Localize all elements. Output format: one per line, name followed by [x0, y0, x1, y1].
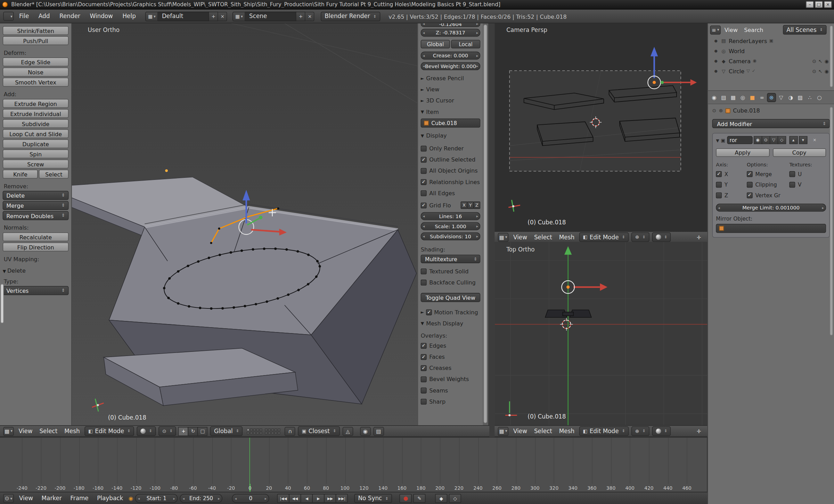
display-checkbox[interactable]: All Object Origins	[421, 167, 480, 174]
jump-to-start-button[interactable]: |◀◀	[277, 494, 289, 503]
overlay-checkbox[interactable]: Bevel Weights	[421, 375, 480, 383]
manipulator-toggle-icon[interactable]: ✛	[694, 233, 704, 242]
toolshelf-button[interactable]: Spin	[3, 149, 69, 158]
npanel-scroll-track[interactable]	[483, 23, 488, 425]
camera-scene-canvas[interactable]	[494, 23, 707, 231]
maximize-button[interactable]: □	[815, 1, 823, 8]
tab-modifiers[interactable]: ⊛	[767, 93, 776, 102]
tab-physics[interactable]: ○	[815, 93, 824, 102]
browse-scenes-icon[interactable]: ▦▾	[232, 11, 245, 21]
mirror-texture-checkbox[interactable]: V	[789, 181, 821, 188]
visibility-eye-icon[interactable]: ⊙	[812, 68, 816, 74]
toolshelf-menu[interactable]: Remove Doubles⇕	[3, 211, 69, 220]
tab-texture[interactable]: ▨	[796, 93, 805, 102]
outliner-item[interactable]: ●▤RenderLayers▣	[708, 36, 834, 46]
browse-screens-icon[interactable]: ▦▾	[145, 11, 158, 21]
panel-item[interactable]: Item	[421, 108, 480, 115]
modifier-editmode-toggle-icon[interactable]: ▽	[769, 136, 778, 144]
outliner-menu-search[interactable]: Search	[742, 27, 766, 33]
minimize-button[interactable]: –	[806, 1, 814, 8]
tab-object[interactable]: ■	[748, 93, 757, 102]
toolshelf-button[interactable]: Subdivide	[3, 119, 69, 128]
selectable-arrow-icon[interactable]: ↖	[818, 58, 823, 64]
toolshelf-button[interactable]: Screw	[3, 159, 69, 168]
play-reverse-button[interactable]: ◀	[301, 494, 313, 503]
manipulator-x-arrowhead[interactable]	[690, 79, 697, 85]
menu-view[interactable]: View	[511, 428, 529, 435]
mirror-texture-checkbox[interactable]: U	[789, 170, 821, 177]
tab-scene[interactable]: ▦	[729, 93, 738, 102]
editor-type-3dview-icon[interactable]: ▦▾	[498, 233, 509, 242]
menu-select[interactable]: Select	[532, 234, 554, 241]
rotate-manipulator-icon[interactable]: ↻	[188, 427, 198, 436]
menu-select[interactable]: Select	[532, 428, 554, 435]
viewport-top-ortho[interactable]: Top Ortho (0) Cube.018	[494, 242, 707, 425]
mode-dropdown[interactable]: ◧Edit Mode⇕	[579, 232, 629, 242]
layer-cell[interactable]	[250, 431, 253, 434]
auto-keyframe-record-icon[interactable]	[400, 494, 412, 503]
toolshelf-menu[interactable]: Delete⇕	[3, 191, 69, 200]
menu-mesh[interactable]: Mesh	[557, 234, 577, 241]
layer-cell[interactable]	[256, 428, 259, 431]
pivot-point-dropdown[interactable]: ⇕	[652, 427, 671, 436]
top-scene-canvas[interactable]	[494, 242, 707, 425]
toolshelf-button[interactable]: Push/Pull	[3, 36, 69, 45]
apply-button[interactable]: Apply	[716, 148, 769, 157]
modifier-name-field[interactable]: ror	[727, 136, 752, 144]
menu-view[interactable]: View	[511, 234, 529, 241]
editor-type-timeline-icon[interactable]: ⊙▾	[3, 494, 14, 503]
toolshelf-button[interactable]: Shrink/Fatten	[3, 26, 69, 35]
mode-dropdown[interactable]: ◧Edit Mode⇕	[579, 427, 629, 436]
manipulator-z-arrowhead[interactable]	[651, 47, 658, 57]
timeline-menu-playback[interactable]: Playback	[94, 495, 126, 502]
motion-tracking-checkbox[interactable]	[426, 309, 432, 315]
timeline-menu-view[interactable]: View	[16, 495, 36, 502]
viewport-camera[interactable]: Camera Persp (0) Cube.018	[494, 23, 707, 231]
toolshelf-button[interactable]: Smooth Vertex	[3, 77, 69, 86]
expand-dot-icon[interactable]: ●	[714, 49, 719, 53]
menu-help[interactable]: Help	[118, 13, 140, 20]
mirror-option-checkbox[interactable]: Clipping	[747, 181, 789, 188]
crease-slider[interactable]: Crease: 0.000	[421, 51, 480, 59]
layer-cell[interactable]	[268, 428, 271, 431]
timeline-menu-marker[interactable]: Marker	[38, 495, 65, 502]
delete-scene-icon[interactable]: ×	[305, 11, 314, 21]
toolshelf-button[interactable]: Edge Slide	[3, 57, 69, 66]
layer-cell[interactable]	[265, 428, 268, 431]
expand-dot-icon[interactable]: ●	[714, 59, 719, 63]
toolshelf-menu[interactable]: Merge⇕	[3, 201, 69, 210]
modifier-move-up-icon[interactable]: ▴	[789, 136, 798, 144]
display-checkbox[interactable]: Relationship Lines	[421, 178, 480, 185]
scale-manipulator-icon[interactable]: □	[198, 427, 208, 436]
outliner-item[interactable]: ●▽Circle▽✓⊙↖◉	[708, 66, 834, 76]
shading-mode-dropdown[interactable]: Multitexture	[421, 255, 480, 263]
outliner-item[interactable]: ●◆Camera◉⊙↖◉	[708, 56, 834, 66]
toolshelf-button[interactable]: Duplicate	[3, 139, 69, 148]
layer-cell[interactable]	[265, 431, 268, 434]
panel-mesh-display[interactable]: Mesh Display	[421, 320, 480, 326]
viewport-shading-dropdown[interactable]: ⊕⇕	[631, 232, 649, 242]
3d-scene-canvas[interactable]	[72, 23, 418, 425]
modifier-move-down-icon[interactable]: ▾	[799, 136, 807, 144]
renderable-camera-icon[interactable]: ◉	[825, 68, 829, 74]
close-button[interactable]: ×	[824, 1, 832, 8]
snap-magnet-icon[interactable]: ∩	[285, 427, 296, 436]
vertex-z-slider[interactable]: Z: -0.78317	[421, 29, 480, 37]
manipulator-y-handle[interactable]	[661, 81, 664, 84]
prev-keyframe-button[interactable]: ◀◀	[289, 494, 301, 503]
layer-cell[interactable]	[278, 428, 281, 431]
layer-cell[interactable]	[260, 428, 263, 431]
grid-axis-toggle[interactable]: Z	[473, 201, 480, 209]
display-checkbox[interactable]: Outline Selected	[421, 156, 480, 163]
vertex-dot[interactable]	[210, 242, 212, 244]
jump-to-end-button[interactable]: ▶▶|	[336, 494, 348, 503]
layer-cell[interactable]	[247, 428, 250, 431]
toggle-quad-view-button[interactable]: Toggle Quad View	[421, 293, 480, 302]
grid-floor-checkbox[interactable]: Grid Flo	[421, 201, 451, 209]
modifier-delete-icon[interactable]: ×	[810, 136, 819, 144]
pin-icon[interactable]: ⊙	[712, 108, 716, 113]
item-name-field[interactable]: Cube.018	[421, 118, 480, 127]
toolshelf-panel-header[interactable]: Delete	[3, 267, 69, 274]
layer-cell[interactable]	[271, 431, 274, 434]
layer-cell[interactable]	[260, 431, 263, 434]
